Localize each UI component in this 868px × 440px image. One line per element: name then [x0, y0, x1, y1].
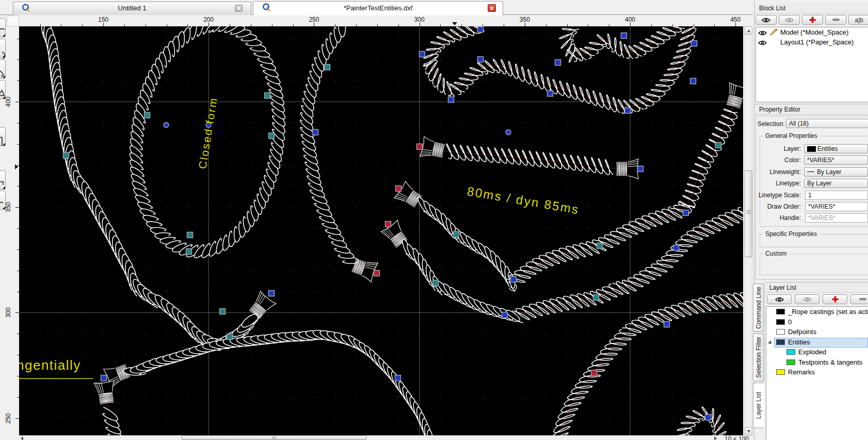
- svg-text:ngentially: ngentially: [19, 357, 81, 373]
